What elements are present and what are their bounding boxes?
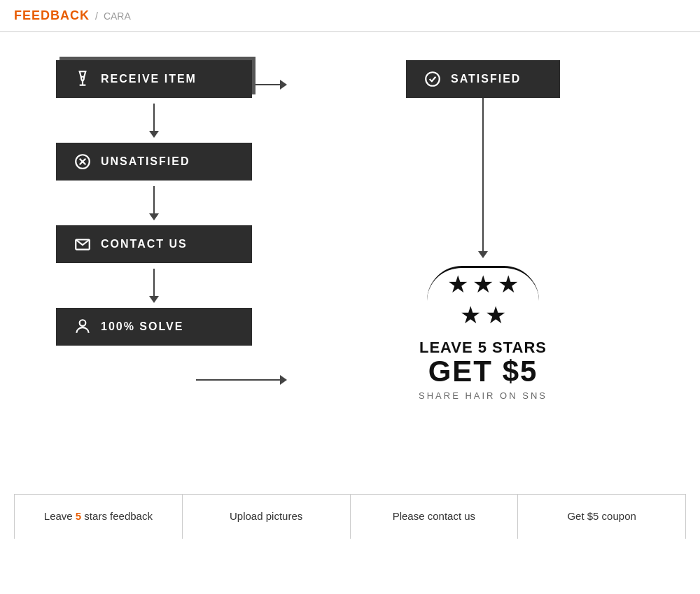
wine-glass-icon [73, 70, 92, 88]
contact-us-box: CONTACT US [56, 225, 252, 263]
page-header: FEEDBACK / CARA [0, 0, 700, 32]
stars-top-row: ★ ★ ★ [413, 270, 553, 298]
right-flowchart: SATISFIED ★ ★ ★ [406, 60, 560, 480]
unsatisfied-label: UNSATISFIED [101, 155, 190, 168]
leave-suffix: stars feedback [81, 510, 153, 522]
arrow-down-2 [153, 186, 155, 214]
left-flowchart: RECEIVE ITEM UNSATISFIED [42, 60, 266, 480]
share-hair-text: SHARE HAIR ON SNS [419, 390, 547, 401]
arrow-down-3 [153, 269, 155, 297]
get-5-dollars-text: GET $5 [428, 357, 538, 386]
coupon-text: Get $5 coupon [567, 510, 636, 522]
highlight-5: 5 [76, 510, 81, 522]
bottom-leave-stars: Leave 5 stars feedback [14, 495, 183, 539]
person-icon [73, 318, 92, 336]
satisfied-box: SATISFIED [406, 60, 560, 98]
bottom-bar: Leave 5 stars feedback Upload pictures P… [14, 494, 686, 539]
envelope-icon [73, 235, 92, 253]
star-2: ★ [472, 270, 493, 298]
svg-point-6 [80, 320, 86, 326]
satisfied-label: SATISFIED [451, 73, 521, 85]
bottom-contact: Please contact us [351, 495, 519, 539]
star-3: ★ [498, 270, 519, 298]
star-section: ★ ★ ★ ★ ★ LEAVE 5 STARS GET $5 SHARE HAI… [413, 266, 553, 401]
stars-graphic: ★ ★ ★ ★ ★ [413, 266, 553, 336]
star-5: ★ [485, 301, 506, 329]
bottom-upload: Upload pictures [183, 495, 351, 539]
star-4: ★ [460, 301, 481, 329]
receive-item-box: RECEIVE ITEM [56, 60, 252, 98]
solve-box: 100% SOLVE [56, 308, 252, 346]
feedback-title: FEEDBACK [14, 8, 90, 23]
unsatisfied-box: UNSATISFIED [56, 143, 252, 181]
x-circle-icon [73, 153, 92, 171]
header-cara: CARA [104, 10, 131, 22]
arrow-down-right [482, 98, 484, 252]
solve-label: 100% SOLVE [101, 320, 183, 333]
arrow-down-1 [153, 104, 155, 132]
stars-bottom-row: ★ ★ [413, 301, 553, 329]
header-separator: / [95, 10, 98, 22]
contact-us-label: CONTACT US [101, 238, 188, 250]
diagram-area: RECEIVE ITEM UNSATISFIED [0, 32, 700, 494]
leave-prefix: Leave [44, 510, 76, 522]
contact-text: Please contact us [393, 510, 475, 522]
star-1: ★ [447, 270, 468, 298]
stars-container: ★ ★ ★ ★ ★ [413, 270, 553, 329]
bottom-coupon: Get $5 coupon [518, 495, 686, 539]
svg-point-7 [426, 72, 440, 86]
receive-item-label: RECEIVE ITEM [101, 73, 197, 85]
receive-item-inner: RECEIVE ITEM [56, 60, 252, 98]
upload-text: Upload pictures [230, 510, 302, 522]
check-circle-icon [423, 70, 442, 88]
